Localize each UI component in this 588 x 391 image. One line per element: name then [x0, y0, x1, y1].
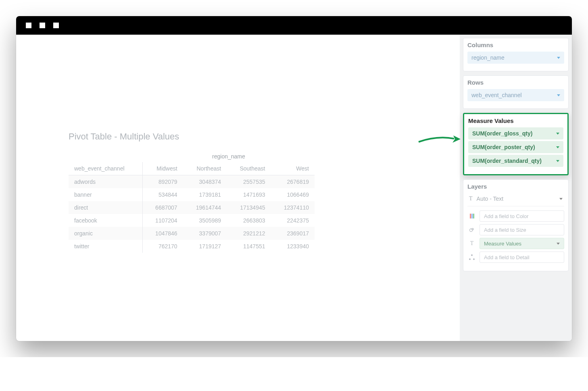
- cell: 2557535: [227, 175, 271, 189]
- cell: 534844: [143, 188, 183, 201]
- cell: 2921212: [227, 227, 271, 240]
- pill-label: SUM(order_gloss_qty): [472, 130, 532, 137]
- table-row: direct6687007196147441713494512374110: [69, 201, 315, 214]
- cell: 892079: [143, 175, 183, 189]
- rows-panel: Rows web_event_channel: [463, 75, 569, 109]
- cell: 1739181: [183, 188, 227, 201]
- columns-panel: Columns region_name: [463, 38, 569, 71]
- cell: 1066469: [271, 188, 315, 201]
- layers-panel: Layers T Auto - Text Add a field to Colo…: [463, 179, 569, 271]
- measure-pill[interactable]: SUM(order_standard_qty): [468, 155, 563, 167]
- pill-label: web_event_channel: [471, 92, 522, 98]
- pill-label: SUM(order_standard_qty): [472, 158, 542, 164]
- cell: 762170: [143, 240, 183, 253]
- cell: 19614744: [183, 201, 227, 214]
- cell: 3505989: [183, 214, 227, 227]
- caret-down-icon: [556, 146, 559, 148]
- color-field[interactable]: Add a field to Color: [480, 210, 564, 222]
- row-label: banner: [69, 188, 143, 201]
- table-title: Pivot Table - Multiple Values: [69, 131, 315, 142]
- placeholder: Add a field to Size: [484, 227, 526, 233]
- layer-auto-label: Auto - Text: [477, 196, 504, 202]
- caret-down-icon: [557, 243, 560, 245]
- row-label: direct: [69, 201, 143, 214]
- cell: 2676819: [271, 175, 315, 189]
- table-row: adwords892079304837425575352676819: [69, 175, 315, 189]
- pill-label: region_name: [471, 54, 505, 61]
- table-row: organic1047846337900729212122369017: [69, 227, 315, 240]
- cell: 6687007: [143, 201, 183, 214]
- window-control-2[interactable]: [40, 23, 45, 28]
- row-label: adwords: [69, 175, 143, 189]
- cell: 12374110: [271, 201, 315, 214]
- column-group-label: region_name: [143, 150, 315, 162]
- caret-down-icon: [556, 160, 559, 162]
- pill-label: SUM(order_poster_qty): [472, 144, 535, 150]
- measure-pill[interactable]: SUM(order_poster_qty): [468, 141, 563, 153]
- columns-pill[interactable]: region_name: [467, 52, 564, 64]
- row-label: facebook: [69, 214, 143, 227]
- col-header: Northeast: [183, 162, 227, 175]
- caret-down-icon: [559, 198, 563, 200]
- layers-panel-title: Layers: [467, 183, 564, 190]
- cell: 1047846: [143, 227, 183, 240]
- measure-pill[interactable]: SUM(order_gloss_qty): [468, 127, 563, 139]
- caret-down-icon: [556, 133, 559, 135]
- size-field[interactable]: Add a field to Size: [480, 224, 564, 235]
- text-icon: T: [467, 240, 476, 247]
- cell: 17134945: [227, 201, 271, 214]
- text-field[interactable]: Measure Values: [480, 238, 564, 249]
- cell: 1147551: [227, 240, 271, 253]
- pivot-table: region_name web_event_channel Midwest No…: [69, 150, 315, 253]
- color-icon: [467, 214, 476, 218]
- cell: 1719127: [183, 240, 227, 253]
- caret-down-icon: [557, 57, 560, 59]
- workspace: Pivot Table - Multiple Values region_nam…: [16, 35, 572, 341]
- main-canvas: Pivot Table - Multiple Values region_nam…: [16, 35, 460, 341]
- rows-pill[interactable]: web_event_channel: [467, 89, 564, 101]
- cell: 1233940: [271, 240, 315, 253]
- columns-panel-title: Columns: [467, 42, 564, 48]
- col-header: West: [271, 162, 315, 175]
- detail-field[interactable]: Add a field to Detail: [480, 252, 564, 263]
- table-row: twitter762170171912711475511233940: [69, 240, 315, 253]
- size-icon: [467, 227, 476, 233]
- table-row: facebook1107204350598926638032242375: [69, 214, 315, 227]
- row-header-label: web_event_channel: [69, 162, 143, 175]
- window-control-1[interactable]: [26, 23, 31, 28]
- svg-marker-0: [452, 135, 461, 143]
- svg-point-2: [472, 229, 473, 230]
- cell: 3048374: [183, 175, 227, 189]
- table-row: banner534844173918114716931066469: [69, 188, 315, 201]
- cell: 2369017: [271, 227, 315, 240]
- placeholder: Add a field to Color: [484, 213, 529, 219]
- row-label: twitter: [69, 240, 143, 253]
- detail-icon: [467, 254, 476, 260]
- col-header: Southeast: [227, 162, 271, 175]
- measure-values-panel: Measure Values SUM(order_gloss_qty) SUM(…: [463, 113, 569, 175]
- cell: 2242375: [271, 214, 315, 227]
- window-titlebar: [16, 16, 572, 35]
- sidebar: Columns region_name Rows web_event_chann…: [460, 35, 572, 341]
- row-label: organic: [69, 227, 143, 240]
- rows-panel-title: Rows: [467, 79, 564, 86]
- app-window: Pivot Table - Multiple Values region_nam…: [16, 16, 572, 341]
- window-control-3[interactable]: [53, 23, 59, 28]
- text-field-value: Measure Values: [484, 241, 521, 247]
- caret-down-icon: [557, 94, 560, 96]
- cell: 3379007: [183, 227, 227, 240]
- col-header: Midwest: [143, 162, 183, 175]
- highlight-arrow-icon: [417, 133, 461, 145]
- text-icon: T: [469, 196, 473, 202]
- cell: 2663803: [227, 214, 271, 227]
- cell: 1107204: [143, 214, 183, 227]
- layer-type-selector[interactable]: T Auto - Text: [467, 193, 564, 206]
- placeholder: Add a field to Detail: [484, 254, 530, 260]
- measure-values-title: Measure Values: [468, 117, 563, 124]
- cell: 1471693: [227, 188, 271, 201]
